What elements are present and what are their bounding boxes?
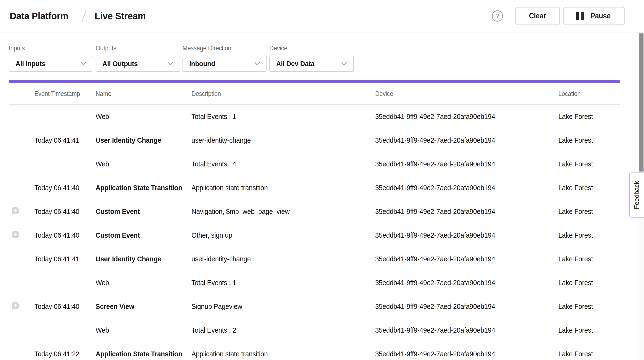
cell-location: Lake Forest [558, 326, 615, 334]
cell-location: Lake Forest [558, 136, 615, 144]
column-header-device: Device [375, 90, 544, 98]
table-body: Web Total Events : 1 35eddb41-9ff9-49e2-… [9, 105, 620, 360]
cell-device: 35eddb41-9ff9-49e2-7aed-20afa90eb194 [375, 207, 544, 216]
chevron-down-icon [254, 61, 260, 67]
filter-selected-value: All Inputs [16, 60, 46, 68]
column-header-description: Description [192, 90, 360, 98]
cell-location: Lake Forest [558, 350, 615, 358]
breadcrumb-section[interactable]: Data Platform [10, 10, 68, 22]
header-controls: ? Clear Pause [492, 7, 624, 25]
filter-select[interactable]: Inbound [182, 56, 267, 72]
chevron-down-icon [80, 61, 86, 67]
pause-button-label: Pause [590, 12, 611, 20]
table-row[interactable]: Today 06:41:40 Screen View Signup Pagevi… [9, 295, 620, 318]
cell-description: user-identity-change [192, 136, 360, 144]
cell-description: Total Events : 1 [192, 279, 360, 287]
cell-name: Screen View [96, 302, 184, 311]
cell-device: 35eddb41-9ff9-49e2-7aed-20afa90eb194 [375, 231, 544, 239]
stream-accent-bar [9, 80, 620, 83]
cell-location: Lake Forest [558, 112, 615, 121]
table-row[interactable]: Today 06:41:40 Custom Event Other, sign … [9, 223, 620, 247]
cell-timestamp: Today 06:41:40 [34, 302, 91, 311]
cell-device: 35eddb41-9ff9-49e2-7aed-20afa90eb194 [375, 255, 544, 263]
table-row[interactable]: Web Total Events : 1 35eddb41-9ff9-49e2-… [9, 105, 620, 128]
cell-description: Other, sign up [192, 231, 360, 239]
filter-message-direction: Message Direction Inbound [182, 45, 267, 72]
cell-location: Lake Forest [558, 160, 615, 168]
table-row[interactable]: Today 06:41:40 Custom Event Navigation, … [9, 200, 620, 223]
table-row[interactable]: Today 06:41:41 User Identity Change user… [9, 247, 620, 271]
filter-label: Inputs [9, 45, 25, 52]
top-bar: Data Platform Live Stream ? Clear Pause [0, 0, 644, 32]
table-row[interactable]: Today 06:41:40 Application State Transit… [9, 176, 620, 200]
cell-name: Application State Transition [96, 350, 184, 358]
cell-timestamp: Today 06:41:40 [34, 231, 91, 239]
table-row[interactable]: Web Total Events : 2 35eddb41-9ff9-49e2-… [9, 318, 620, 342]
cell-name: User Identity Change [96, 136, 184, 144]
feedback-tab-label: Feedback [633, 181, 640, 209]
breadcrumb-separator-icon [82, 10, 86, 22]
filter-label: Device [269, 45, 287, 52]
cell-timestamp: Today 06:41:41 [34, 136, 91, 144]
filter-label: Outputs [96, 45, 116, 52]
cell-description: Signup Pageview [192, 302, 360, 311]
expand-button[interactable] [12, 231, 19, 238]
cell-device: 35eddb41-9ff9-49e2-7aed-20afa90eb194 [375, 326, 544, 334]
cell-device: 35eddb41-9ff9-49e2-7aed-20afa90eb194 [375, 184, 544, 192]
cell-name: Application State Transition [96, 184, 184, 192]
cell-name: User Identity Change [96, 255, 184, 263]
cell-device: 35eddb41-9ff9-49e2-7aed-20afa90eb194 [375, 112, 544, 121]
cell-location: Lake Forest [558, 184, 615, 192]
filter-inputs: Inputs All Inputs [9, 45, 93, 72]
filter-device: Device All Dev Data [269, 45, 354, 72]
cell-description: Total Events : 4 [192, 160, 360, 168]
cell-location: Lake Forest [558, 255, 615, 263]
cell-device: 35eddb41-9ff9-49e2-7aed-20afa90eb194 [375, 279, 544, 287]
column-header-location: Location [558, 90, 615, 98]
chevron-down-icon [168, 61, 173, 67]
pause-button[interactable]: Pause [563, 7, 624, 25]
feedback-tab[interactable]: Feedback [629, 173, 644, 217]
cell-location: Lake Forest [558, 231, 615, 239]
pause-icon [576, 12, 584, 20]
table-row[interactable]: Today 06:41:41 User Identity Change user… [9, 128, 620, 152]
cell-device: 35eddb41-9ff9-49e2-7aed-20afa90eb194 [375, 136, 544, 144]
filter-select[interactable]: All Outputs [96, 56, 180, 72]
cell-timestamp: Today 06:41:41 [34, 255, 91, 263]
cell-device: 35eddb41-9ff9-49e2-7aed-20afa90eb194 [375, 302, 544, 311]
cell-name: Custom Event [96, 207, 184, 216]
expand-button[interactable] [12, 207, 19, 214]
cell-name: Web [96, 326, 184, 334]
chevron-down-icon [341, 61, 347, 67]
cell-name: Web [96, 160, 184, 168]
filter-select[interactable]: All Dev Data [269, 56, 354, 72]
cell-description: Application state transition [192, 350, 360, 358]
cell-device: 35eddb41-9ff9-49e2-7aed-20afa90eb194 [375, 350, 544, 358]
table-row[interactable]: Web Total Events : 1 35eddb41-9ff9-49e2-… [9, 271, 620, 295]
cell-timestamp: Today 06:41:22 [34, 350, 91, 358]
clear-button[interactable]: Clear [515, 7, 560, 25]
cell-device: 35eddb41-9ff9-49e2-7aed-20afa90eb194 [375, 160, 544, 168]
scrollbar-thumb[interactable] [639, 33, 644, 172]
breadcrumb: Data Platform Live Stream [10, 10, 150, 22]
cell-description: Total Events : 2 [192, 326, 360, 334]
breadcrumb-page: Live Stream [95, 10, 146, 22]
filter-bar: Inputs All Inputs Outputs All Outputs Me… [9, 45, 620, 72]
expand-button[interactable] [12, 302, 19, 309]
filter-label: Message Direction [182, 45, 231, 52]
cell-description: user-identity-change [192, 255, 360, 263]
cell-name: Web [96, 279, 184, 287]
cell-location: Lake Forest [558, 279, 615, 287]
cell-name: Custom Event [96, 231, 184, 239]
cell-timestamp: Today 06:41:40 [34, 207, 91, 216]
cell-name: Web [96, 112, 184, 121]
cell-description: Application state transition [192, 184, 360, 192]
help-icon[interactable]: ? [492, 10, 503, 21]
cell-description: Total Events : 1 [192, 112, 360, 121]
table-row[interactable]: Web Total Events : 4 35eddb41-9ff9-49e2-… [9, 152, 620, 176]
filter-selected-value: All Outputs [102, 60, 138, 68]
filter-select[interactable]: All Inputs [9, 56, 93, 72]
table-header-row: Event Timestamp Name Description Device … [9, 83, 620, 105]
table-row[interactable]: Today 06:41:22 Application State Transit… [9, 342, 620, 360]
cell-timestamp: Today 06:41:40 [34, 184, 91, 192]
